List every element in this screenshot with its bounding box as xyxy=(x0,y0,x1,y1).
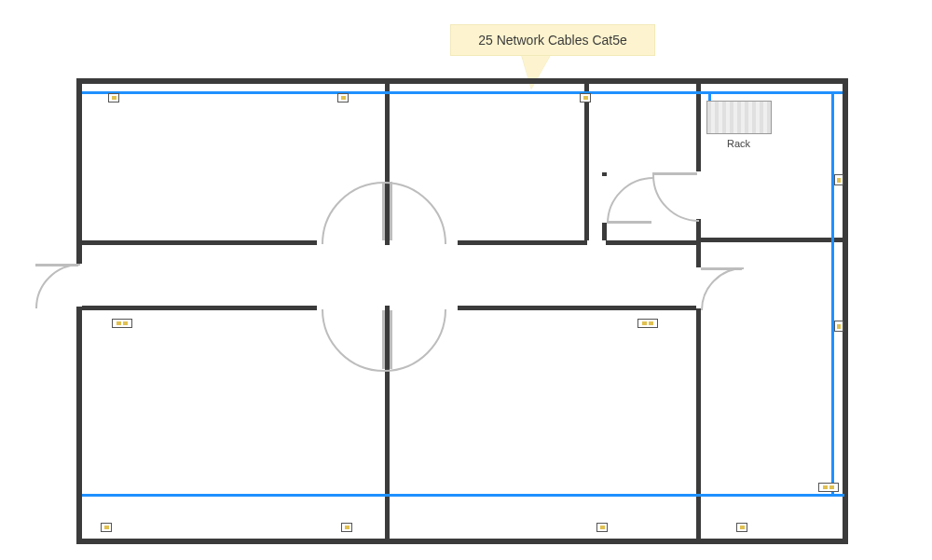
wall-bottom xyxy=(76,539,848,544)
cable-right xyxy=(831,91,834,497)
gap-corr-r xyxy=(696,267,701,308)
jack-right-2 xyxy=(834,321,843,332)
door-bot-right-leaf xyxy=(390,310,392,369)
wall-right xyxy=(843,78,848,544)
jack-top-3 xyxy=(580,93,591,102)
cable-callout-text: 25 Network Cables Cat5e xyxy=(478,33,627,48)
gap-top-far-r xyxy=(587,240,606,245)
jack-bot-4 xyxy=(736,523,747,532)
jack-right-1 xyxy=(834,174,843,185)
floorplan-canvas: 25 Network Cables Cat5e Rack xyxy=(0,0,932,560)
server-rack xyxy=(706,101,772,134)
jack-top-1 xyxy=(108,93,119,102)
cable-top xyxy=(82,91,843,94)
wall-rackroom-horiz xyxy=(696,238,848,242)
jack-bot-2 xyxy=(341,523,352,532)
door-rackroom-leaf xyxy=(652,172,697,175)
door-top-right-leaf xyxy=(390,182,392,240)
jack-bot-1 xyxy=(101,523,112,532)
jack-br-double xyxy=(818,483,839,492)
cable-callout: 25 Network Cables Cat5e xyxy=(450,24,655,56)
door-bot-left-arc xyxy=(322,247,446,372)
gap-inner646 xyxy=(602,176,607,223)
jack-bot-3 xyxy=(596,523,608,532)
jack-top-2 xyxy=(337,93,349,102)
jack-mid-double xyxy=(637,319,658,328)
wall-bot-right-vert xyxy=(696,307,701,540)
callout-tail xyxy=(522,56,550,89)
jack-left-double xyxy=(112,319,132,328)
wall-left xyxy=(76,78,82,544)
wall-top-right-vert xyxy=(584,78,589,241)
rack-label: Rack xyxy=(727,138,750,149)
cable-bottom xyxy=(82,494,844,497)
door-corr-arc xyxy=(701,267,787,353)
wall-top xyxy=(76,78,848,84)
